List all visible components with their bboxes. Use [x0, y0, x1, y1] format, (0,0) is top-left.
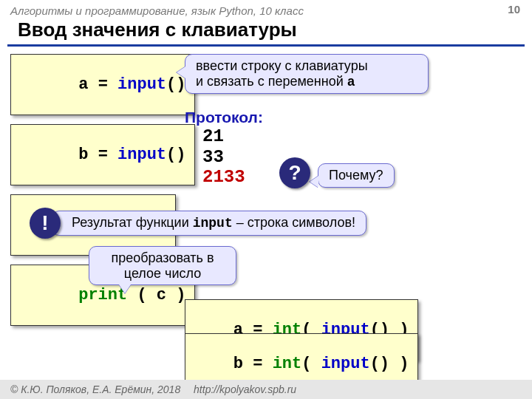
- question-icon: ?: [279, 157, 310, 188]
- bubble-input-desc: ввести строку с клавиатуры и связать с п…: [185, 54, 429, 94]
- footer-link[interactable]: http://kpolyakov.spb.ru: [194, 383, 296, 395]
- protocol-result: 2133: [202, 167, 263, 188]
- code-var: a: [78, 75, 88, 94]
- code-fn: input: [117, 75, 166, 94]
- bubble-text: ввести строку с клавиатуры: [196, 58, 368, 73]
- code-line-1: a = input(): [10, 54, 195, 115]
- code-fn: int: [273, 355, 302, 373]
- op-eq: =: [98, 146, 108, 164]
- code-fn: input: [321, 355, 370, 373]
- protocol-value: 21: [202, 126, 263, 147]
- bubble-text: – строка символов!: [233, 215, 355, 230]
- code-mid: (: [301, 355, 321, 373]
- bubble-convert: преобразовать в целое число: [89, 246, 236, 285]
- copyright: © К.Ю. Поляков, Е.А. Ерёмин, 2018: [10, 383, 180, 395]
- protocol-label: Протокол:: [185, 109, 263, 126]
- footer: © К.Ю. Поляков, Е.А. Ерёмин, 2018 http:/…: [0, 380, 532, 399]
- code-args: ( c ): [137, 286, 185, 304]
- course-header: Алгоритмы и программирование, язык Pytho…: [0, 0, 532, 18]
- bubble-text: Результат функции: [72, 215, 193, 230]
- exclaim-icon: !: [30, 208, 61, 239]
- bubble-var: a: [347, 75, 355, 89]
- op-eq: =: [98, 75, 108, 94]
- bubble-text: и связать с переменной: [196, 74, 347, 89]
- code-tail: () ): [370, 355, 409, 373]
- protocol-block: Протокол: 21 33 2133: [185, 109, 263, 188]
- bubble-why: Почему?: [318, 163, 395, 188]
- op-eq: =: [253, 355, 262, 373]
- bubble-result: Результат функции input – строка символо…: [52, 211, 366, 236]
- code-fn: input: [117, 146, 166, 164]
- code-tail: (): [166, 146, 185, 164]
- protocol-value: 33: [202, 147, 263, 168]
- page-number: 10: [508, 3, 520, 16]
- slide-title: Ввод значения с клавиатуры: [7, 18, 525, 47]
- code-var: b: [233, 355, 243, 373]
- bubble-mono: input: [193, 216, 233, 231]
- code-var: b: [78, 146, 88, 164]
- code-line-2: b = input(): [10, 124, 195, 185]
